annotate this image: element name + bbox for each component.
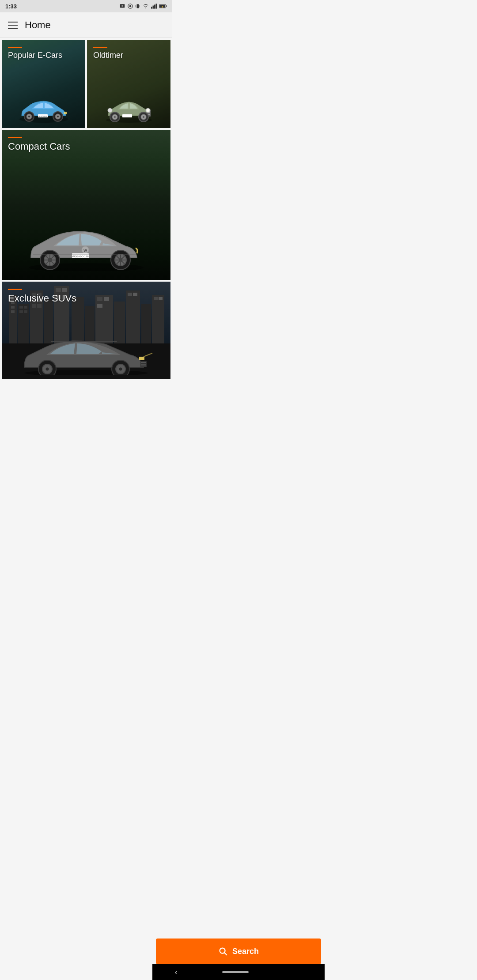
card-accent-suvs: [8, 289, 22, 290]
hamburger-menu-icon[interactable]: [8, 22, 18, 29]
svg-rect-8: [153, 6, 154, 9]
signal-icon: [151, 4, 157, 9]
card-content-compact: Compact Cars: [2, 130, 76, 159]
card-content-oldtimer: Oldtimer: [87, 40, 129, 67]
svg-rect-113: [141, 366, 146, 366]
battery-icon: ⚡: [159, 4, 167, 9]
category-card-suvs[interactable]: Exclusive SUVs: [2, 282, 170, 379]
status-bar: 1:33 ☰: [0, 0, 172, 12]
svg-rect-9: [154, 5, 155, 9]
svg-rect-107: [51, 341, 117, 342]
svg-point-31: [147, 109, 149, 112]
svg-point-21: [57, 116, 59, 117]
svg-rect-4: [137, 4, 139, 8]
card-content-suvs: Exclusive SUVs: [2, 282, 83, 311]
card-accent-oldtimer: [93, 47, 107, 48]
status-time: 1:33: [5, 3, 17, 10]
notification-icon-1: ☰: [119, 3, 125, 9]
svg-point-3: [129, 5, 132, 8]
svg-rect-39: [122, 114, 132, 117]
status-icons: ☰ ⚡: [119, 3, 167, 9]
svg-rect-7: [151, 7, 152, 8]
svg-rect-111: [141, 362, 146, 363]
compact-car-svg: W WOB·GO 128: [20, 218, 152, 271]
svg-point-22: [64, 112, 67, 114]
card-label-suvs: Exclusive SUVs: [8, 293, 76, 304]
content-area: M·XC541E Popular E-Cars: [0, 38, 172, 410]
category-card-ecars[interactable]: M·XC541E Popular E-Cars: [2, 40, 85, 128]
svg-rect-12: [166, 5, 167, 7]
category-card-compact[interactable]: W WOB·GO 128 Compact Cars: [2, 130, 170, 280]
svg-line-109: [144, 353, 152, 357]
svg-point-35: [114, 116, 116, 118]
card-label-compact: Compact Cars: [8, 141, 70, 152]
app-bar: Home: [0, 12, 172, 38]
category-card-oldtimer[interactable]: Oldtimer: [87, 40, 170, 128]
svg-rect-108: [139, 357, 144, 360]
card-accent-compact: [8, 137, 22, 138]
svg-text:W: W: [83, 249, 87, 253]
svg-text:M·XC541E: M·XC541E: [38, 115, 47, 117]
card-accent-ecars: [8, 47, 22, 48]
wifi-icon: [142, 4, 149, 9]
svg-rect-10: [156, 4, 157, 8]
card-content-ecars: Popular E-Cars: [2, 40, 68, 67]
svg-text:WOB·GO 128: WOB·GO 128: [72, 255, 89, 258]
svg-rect-112: [141, 364, 146, 365]
svg-point-38: [143, 116, 144, 118]
oldtimer-car-svg: [100, 94, 158, 124]
svg-point-103: [46, 368, 49, 371]
page-title: Home: [25, 19, 51, 31]
svg-text:⚡: ⚡: [161, 5, 164, 8]
ecars-car-svg: M·XC541E: [15, 94, 72, 124]
svg-point-106: [119, 368, 122, 371]
vibrate-icon: [135, 3, 140, 9]
category-row-top: M·XC541E Popular E-Cars: [0, 38, 172, 128]
suvs-car-svg: [15, 331, 157, 375]
card-label-ecars: Popular E-Cars: [8, 51, 62, 60]
svg-point-32: [108, 108, 112, 113]
svg-point-18: [28, 116, 30, 117]
card-label-oldtimer: Oldtimer: [93, 51, 123, 60]
notification-icon-2: [127, 3, 133, 9]
